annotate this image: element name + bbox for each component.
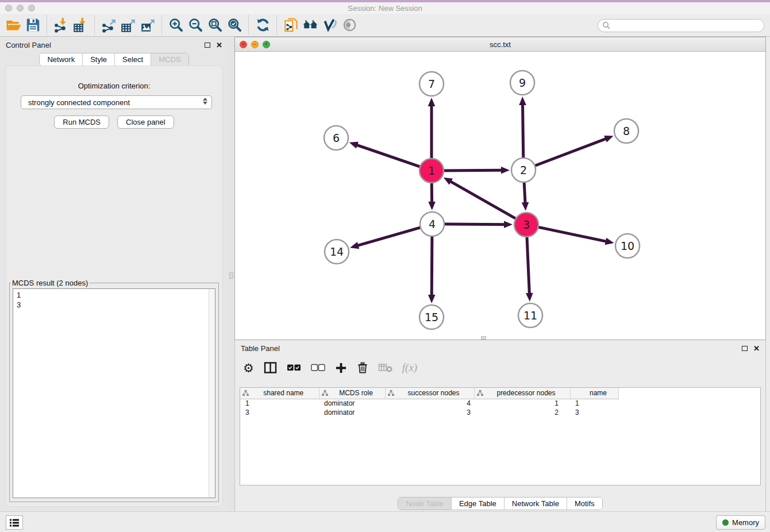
optimization-criterion-select[interactable]: strongly connected component	[21, 95, 212, 109]
function-builder-button[interactable]: f(x)	[402, 361, 417, 375]
graph-edge-1-2[interactable]	[442, 167, 510, 174]
tab-network[interactable]: Network	[40, 53, 83, 65]
graph-edge-3-1[interactable]	[444, 178, 517, 219]
panel-divider[interactable]	[228, 37, 234, 511]
graph-node-15[interactable]: 15	[419, 305, 444, 329]
column-header-shared-name[interactable]: shared name	[240, 388, 319, 399]
graph-node-7[interactable]: 7	[419, 72, 444, 96]
zoom-in-button[interactable]	[166, 16, 186, 35]
graph-node-2[interactable]: 2	[511, 158, 536, 182]
graph-edge-4-14[interactable]	[350, 227, 422, 249]
export-network-button[interactable]	[99, 16, 118, 35]
column-header-name[interactable]: name	[570, 388, 618, 399]
apply-layout-button[interactable]	[253, 16, 272, 35]
table-cell[interactable]: 3	[240, 408, 319, 417]
tab-network-table[interactable]: Network Table	[505, 498, 567, 510]
graph-node-8[interactable]: 8	[614, 119, 638, 143]
network-graph[interactable]: 7968124314101511	[235, 52, 765, 340]
import-network-button[interactable]	[51, 16, 71, 35]
table-cell[interactable]: dominator	[319, 408, 385, 417]
close-panel-button[interactable]: Close panel	[117, 115, 174, 129]
result-scrollbar[interactable]	[209, 289, 215, 498]
graph-edge-1-4[interactable]	[428, 182, 436, 210]
close-panel-icon[interactable]: ✕	[753, 345, 760, 352]
float-panel-icon[interactable]	[205, 43, 210, 48]
plus-icon	[335, 362, 347, 374]
close-panel-icon[interactable]: ✕	[216, 41, 222, 49]
table-cell[interactable]: 3	[385, 408, 474, 417]
tab-motifs[interactable]: Motifs	[567, 498, 602, 510]
tab-style[interactable]: Style	[83, 53, 115, 65]
toolbar-separator	[276, 16, 277, 35]
graph-edge-2-9[interactable]	[519, 97, 526, 159]
table-cell[interactable]: 1	[474, 399, 570, 408]
node-label: 10	[621, 240, 634, 252]
first-neighbors-button[interactable]	[301, 16, 320, 35]
search-input[interactable]	[598, 19, 764, 32]
save-icon	[25, 17, 41, 33]
export-image-icon	[140, 17, 156, 33]
graph-node-10[interactable]: 10	[615, 234, 640, 258]
float-panel-icon[interactable]	[742, 346, 748, 351]
column-visibility-button[interactable]	[264, 361, 277, 375]
zoom-out-button[interactable]	[186, 16, 205, 35]
graph-edge-1-7[interactable]	[428, 98, 436, 160]
table-cell[interactable]: 4	[385, 399, 474, 408]
delete-column-button[interactable]	[357, 361, 368, 375]
table-settings-button[interactable]: ⚙	[243, 361, 254, 375]
graph-edge-3-10[interactable]	[537, 227, 614, 245]
graph-node-14[interactable]: 14	[325, 240, 349, 264]
graph-edge-1-6[interactable]	[349, 142, 421, 167]
graph-edge-3-11[interactable]	[526, 236, 533, 302]
table-row[interactable]: 3dominator323	[240, 408, 760, 417]
graph-edge-2-8[interactable]	[534, 136, 614, 166]
divider-handle-icon[interactable]	[229, 272, 233, 279]
table-row[interactable]: 1dominator411	[240, 399, 760, 408]
open-session-button[interactable]	[3, 16, 23, 35]
import-table-button[interactable]	[71, 16, 90, 35]
tab-mcds[interactable]: MCDS	[151, 53, 188, 65]
graph-edge-4-3[interactable]	[443, 221, 513, 228]
graph-edge-2-3[interactable]	[522, 181, 529, 211]
run-mcds-button[interactable]: Run MCDS	[54, 115, 109, 129]
graph-node-4[interactable]: 4	[420, 212, 444, 236]
table-toolbar: ⚙	[235, 356, 765, 380]
network-search	[598, 19, 764, 32]
graph-node-3[interactable]: 3	[514, 213, 538, 237]
graphics-details-icon	[322, 17, 338, 33]
tab-node-table[interactable]: Node Table	[398, 498, 452, 510]
table-cell[interactable]: 2	[474, 408, 570, 417]
graph-node-1[interactable]: 1	[419, 159, 444, 183]
node-label: 8	[623, 125, 630, 137]
select-all-button[interactable]	[287, 361, 301, 375]
toolbar-separator	[248, 16, 249, 35]
export-image-button[interactable]	[138, 16, 157, 35]
graph-node-6[interactable]: 6	[324, 126, 348, 150]
export-table-button[interactable]	[118, 16, 138, 35]
show-task-history-button[interactable]	[6, 515, 23, 530]
memory-button[interactable]: Memory	[716, 515, 765, 530]
graph-edge-4-15[interactable]	[428, 235, 436, 303]
zoom-fit-button[interactable]	[205, 16, 225, 35]
column-header-predecessor-nodes[interactable]: predecessor nodes	[474, 388, 570, 399]
tab-select[interactable]: Select	[115, 53, 151, 65]
horizontal-divider-handle-icon[interactable]	[481, 336, 486, 340]
zoom-selected-button[interactable]	[225, 16, 244, 35]
clone-network-button[interactable]	[281, 16, 301, 35]
birds-eye-view-button[interactable]	[340, 16, 359, 35]
table-cell[interactable]: 1	[570, 399, 618, 408]
graph-node-11[interactable]: 11	[518, 303, 542, 327]
column-header-successor-nodes[interactable]: successor nodes	[385, 388, 474, 399]
delete-table-button[interactable]	[378, 361, 392, 375]
column-header-mcds-role[interactable]: MCDS role	[319, 388, 385, 399]
create-column-button[interactable]	[335, 361, 347, 375]
graph-node-9[interactable]: 9	[510, 71, 534, 95]
save-session-button[interactable]	[23, 16, 43, 35]
tab-edge-table[interactable]: Edge Table	[452, 498, 505, 510]
table-cell[interactable]: 3	[570, 408, 618, 417]
deselect-all-button[interactable]	[311, 361, 325, 375]
table-cell[interactable]: 1	[240, 399, 319, 408]
table-cell[interactable]: dominator	[319, 399, 385, 408]
show-graphics-details-button[interactable]	[320, 16, 340, 35]
network-canvas[interactable]: 7968124314101511	[235, 52, 765, 340]
